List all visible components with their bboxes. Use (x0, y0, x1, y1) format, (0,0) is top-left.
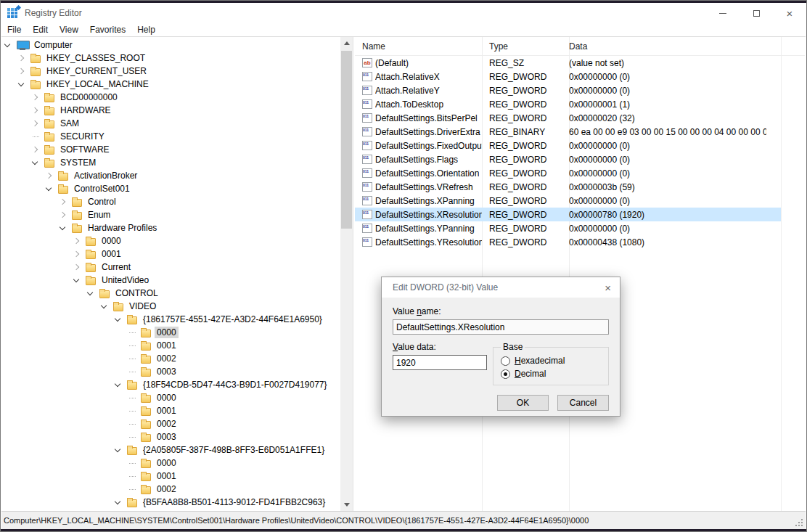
tree-node-label[interactable]: 0000 (155, 457, 179, 469)
tree-node[interactable]: 0002 (2, 352, 340, 365)
tree-node[interactable]: Computer (2, 38, 340, 52)
tree-node[interactable]: 0001 (2, 404, 340, 417)
registry-value-row[interactable]: 011 110 DefaultSettings.FixedOutput REG_… (355, 139, 781, 152)
tree-node[interactable]: {1861757E-4551-427E-A3D2-44F64E1A6950} (2, 313, 340, 326)
tree-node[interactable]: 0000 (2, 234, 340, 247)
registry-value-row[interactable]: 011 110 DefaultSettings.YResolution REG_… (355, 235, 781, 249)
tree-expander-icon[interactable] (46, 173, 52, 179)
tree-node[interactable]: Enum (2, 208, 340, 221)
menu-edit[interactable]: Edit (27, 23, 54, 36)
tree-node[interactable]: HARDWARE (2, 104, 340, 117)
tree-node[interactable]: 0002 (2, 417, 340, 430)
column-divider[interactable] (781, 37, 782, 511)
menu-view[interactable]: View (54, 23, 84, 36)
tree-node[interactable]: {18F54CDB-5D47-44C3-B9D1-F0027D419077} (2, 378, 340, 391)
tree-expander-icon[interactable] (115, 381, 120, 387)
registry-value-row[interactable]: ab (Default) REG_SZ (value not set) (355, 56, 781, 70)
tree-node[interactable]: ControlSet001 (2, 182, 340, 195)
tree-expander-icon[interactable] (18, 81, 24, 86)
tree-node-label[interactable]: SAM (58, 118, 81, 129)
registry-value-row[interactable]: 011 110 DefaultSettings.BitsPerPel REG_D… (355, 111, 781, 125)
tree-expander-icon[interactable] (60, 224, 65, 230)
tree-node[interactable]: 0001 (2, 339, 340, 352)
tree-node-label[interactable]: 0001 (155, 405, 179, 417)
tree-node-label[interactable]: VIDEO (127, 300, 158, 312)
tree-expander-icon[interactable] (32, 159, 38, 165)
titlebar[interactable]: Registry Editor × (1, 3, 806, 23)
menu-favorites[interactable]: Favorites (84, 23, 131, 36)
registry-value-row[interactable]: 011 110 DefaultSettings.Orientation REG_… (355, 166, 781, 180)
tree-node-label[interactable]: SECURITY (58, 131, 107, 142)
tree-expander-icon[interactable] (73, 238, 79, 244)
tree-expander-icon[interactable] (46, 185, 52, 191)
tree-node[interactable]: Hardware Profiles (2, 221, 340, 234)
value-name-input[interactable] (393, 319, 609, 335)
tree-expander-icon[interactable] (18, 55, 24, 61)
registry-value-row[interactable]: 011 110 DefaultSettings.VRefresh REG_DWO… (355, 180, 781, 194)
tree-expander-icon[interactable] (115, 446, 120, 452)
tree-expander-icon[interactable] (4, 41, 10, 47)
registry-values-pane[interactable]: Name Type Data ab (Default) REG_SZ (valu… (355, 37, 805, 511)
ok-button[interactable]: OK (497, 395, 549, 411)
tree-node-label[interactable]: HKEY_CLASSES_ROOT (44, 52, 147, 64)
tree-node[interactable]: SECURITY (2, 130, 340, 143)
tree-node[interactable]: VIDEO (2, 300, 340, 313)
registry-value-row[interactable]: 011 110 DefaultSettings.XResolution REG_… (355, 208, 781, 221)
tree-node[interactable]: 0003 (2, 365, 340, 378)
tree-node[interactable]: {2A05805F-387F-498B-8FF3-E6D051A1FFE1} (2, 443, 340, 457)
tree-node-label[interactable]: HARDWARE (58, 105, 113, 116)
tree-expander-icon[interactable] (32, 120, 38, 126)
tree-node-label[interactable]: 0000 (155, 327, 179, 338)
tree-node-label[interactable]: {1861757E-4551-427E-A3D2-44F64E1A6950} (141, 314, 324, 325)
tree-node-label[interactable]: 0000 (155, 392, 179, 404)
registry-value-row[interactable]: 011 110 Attach.RelativeY REG_DWORD 0x000… (355, 83, 781, 97)
tree-node[interactable]: 0000 (2, 457, 340, 470)
tree-expander-icon[interactable] (18, 68, 24, 74)
tree-node-label[interactable]: SYSTEM (58, 157, 98, 168)
radio-decimal[interactable]: Decimal (501, 369, 601, 379)
tree-node-label[interactable]: 0001 (99, 248, 123, 260)
tree-node[interactable]: 0001 (2, 470, 340, 483)
tree-node-label[interactable]: 0003 (155, 431, 179, 443)
tree-node[interactable]: CONTROL (2, 287, 340, 300)
close-button[interactable]: × (773, 3, 806, 23)
tree-node-label[interactable]: 0002 (155, 483, 179, 495)
tree-node[interactable]: SAM (2, 117, 340, 130)
tree-node[interactable]: SYSTEM (2, 156, 340, 169)
tree-expander-icon[interactable] (115, 316, 120, 322)
tree-node-label[interactable]: 0002 (155, 353, 179, 364)
registry-value-row[interactable]: 011 110 Attach.ToDesktop REG_DWORD 0x000… (355, 97, 781, 111)
resize-grip[interactable] (801, 525, 803, 526)
tree-expander-icon[interactable] (60, 212, 65, 218)
tree-expander-icon[interactable] (87, 290, 93, 295)
tree-node[interactable]: 0003 (2, 430, 340, 443)
tree-expander-icon[interactable] (32, 94, 38, 100)
tree-node-label[interactable]: {B5FAA8B8-B501-4113-9012-FD41FBB2C963} (141, 496, 327, 508)
menu-help[interactable]: Help (131, 23, 161, 36)
tree-node-label[interactable]: UnitedVideo (99, 274, 151, 286)
tree-node-label[interactable]: CONTROL (113, 287, 160, 299)
tree-expander-icon[interactable] (73, 251, 79, 257)
tree-node[interactable]: SOFTWARE (2, 143, 340, 156)
tree-node-label[interactable]: {18F54CDB-5D47-44C3-B9D1-F0027D419077} (141, 379, 329, 390)
tree-node-label[interactable]: SOFTWARE (58, 144, 112, 155)
scroll-down-icon[interactable] (340, 499, 353, 511)
registry-value-row[interactable]: 011 110 Attach.RelativeX REG_DWORD 0x000… (355, 70, 781, 83)
value-data-input[interactable] (393, 355, 487, 370)
tree-node-label[interactable]: Computer (32, 39, 75, 51)
tree-scrollbar[interactable] (340, 37, 353, 511)
tree-node-label[interactable]: Hardware Profiles (86, 222, 159, 234)
tree-node-label[interactable]: ActivationBroker (72, 170, 139, 181)
tree-node[interactable]: UnitedVideo (2, 274, 340, 287)
tree-node[interactable]: 0001 (2, 247, 340, 261)
minimize-button[interactable] (706, 3, 740, 23)
tree-node-label[interactable]: 0001 (155, 340, 179, 351)
registry-value-row[interactable]: 011 110 DefaultSettings.XPanning REG_DWO… (355, 194, 781, 208)
tree-node-label[interactable]: ControlSet001 (72, 183, 132, 195)
tree-expander-icon[interactable] (60, 199, 65, 205)
registry-value-row[interactable]: 011 110 DefaultSettings.Flags REG_DWORD … (355, 152, 781, 166)
registry-tree-pane[interactable]: Computer HKEY_CLASSES_ROOT HKEY_CURRENT_… (2, 37, 353, 511)
column-header-name[interactable]: Name (362, 41, 482, 52)
radio-hexadecimal[interactable]: Hexadecimal (501, 356, 601, 366)
tree-node-label[interactable]: Control (86, 196, 118, 208)
